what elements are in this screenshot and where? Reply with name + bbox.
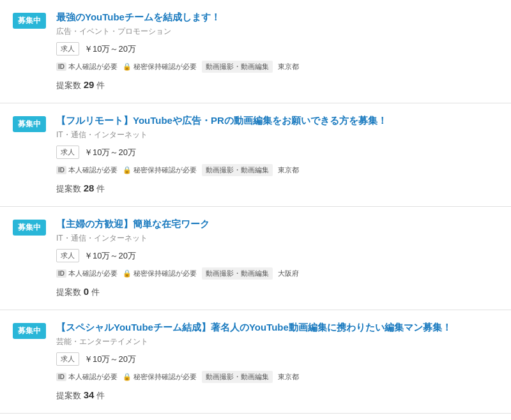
job-title[interactable]: 【フルリモート】YouTubeや広告・PRの動画編集をお願いできる方を募集！ [56,115,498,127]
lock-tag-label: 秘密保持確認が必要 [133,62,197,71]
job-tag: ID本人確認が必要 [56,372,118,382]
location-tag: 東京都 [278,62,299,71]
lock-icon: 🔒 [123,269,132,278]
id-tag-label: 本人確認が必要 [68,165,118,175]
job-card: 募集中最強のYouTubeチームを結成します！広告・イベント・プロモーション求人… [0,0,511,103]
job-tag: 🔒秘密保持確認が必要 [123,62,197,71]
job-title[interactable]: 【スペシャルYouTubeチーム結成】著名人のYouTube動画編集に携わりたい… [56,322,498,334]
id-icon: ID [56,373,66,381]
job-tags: ID本人確認が必要🔒秘密保持確認が必要動画撮影・動画編集東京都 [56,371,498,383]
job-card: 募集中【フルリモート】YouTubeや広告・PRの動画編集をお願いできる方を募集… [0,103,511,207]
salary-row: 求人￥10万～20万 [56,146,498,159]
skill-tag: 動画撮影・動画編集 [202,61,273,73]
salary-label: 求人 [56,146,79,159]
proposal-count: 0 [84,286,89,297]
id-icon: ID [56,63,66,71]
job-tag: 🔒秘密保持確認が必要 [123,269,197,278]
location-tag: 東京都 [278,372,299,382]
location-tag: 大阪府 [278,269,299,278]
job-tags: ID本人確認が必要🔒秘密保持確認が必要動画撮影・動画編集東京都 [56,164,498,176]
status-badge: 募集中 [13,116,46,132]
job-content: 【主婦の方歓迎】簡単な在宅ワークIT・通信・インターネット求人￥10万～20万I… [56,218,498,298]
location-tag: 東京都 [278,165,299,175]
job-tag: 東京都 [278,372,299,382]
job-category: 広告・イベント・プロモーション [56,26,498,37]
job-tag: 🔒秘密保持確認が必要 [123,372,197,382]
salary-label: 求人 [56,249,79,262]
salary-value: ￥10万～20万 [84,147,136,158]
status-badge: 募集中 [13,323,46,339]
proposal-row: 提案数 29 件 [56,79,498,91]
job-content: 【フルリモート】YouTubeや広告・PRの動画編集をお願いできる方を募集！IT… [56,115,498,195]
job-tag: ID本人確認が必要 [56,165,118,175]
salary-label: 求人 [56,42,79,56]
job-tag: ID本人確認が必要 [56,62,118,71]
job-tag: 大阪府 [278,269,299,278]
salary-row: 求人￥10万～20万 [56,42,498,56]
job-category: IT・通信・インターネット [56,233,498,244]
proposal-count: 29 [84,79,95,90]
status-badge: 募集中 [13,13,46,29]
proposal-count: 28 [84,183,95,193]
id-tag-label: 本人確認が必要 [68,62,118,71]
salary-row: 求人￥10万～20万 [56,352,498,366]
id-icon: ID [56,166,66,174]
job-card: 募集中【スペシャルYouTubeチーム結成】著名人のYouTube動画編集に携わ… [0,310,511,414]
job-tag: 🔒秘密保持確認が必要 [123,165,197,175]
id-tag-label: 本人確認が必要 [68,372,118,382]
job-tags: ID本人確認が必要🔒秘密保持確認が必要動画撮影・動画編集大阪府 [56,267,498,280]
lock-icon: 🔒 [123,373,132,381]
job-card: 募集中【主婦の方歓迎】簡単な在宅ワークIT・通信・インターネット求人￥10万～2… [0,207,511,310]
salary-value: ￥10万～20万 [84,250,136,262]
id-icon: ID [56,269,66,278]
job-tag: 動画撮影・動画編集 [202,61,273,73]
job-tag: 動画撮影・動画編集 [202,267,273,280]
job-content: 最強のYouTubeチームを結成します！広告・イベント・プロモーション求人￥10… [56,11,498,91]
job-content: 【スペシャルYouTubeチーム結成】著名人のYouTube動画編集に携わりたい… [56,322,498,401]
job-tags: ID本人確認が必要🔒秘密保持確認が必要動画撮影・動画編集東京都 [56,61,498,73]
skill-tag: 動画撮影・動画編集 [202,371,273,383]
proposal-row: 提案数 34 件 [56,389,498,401]
proposal-row: 提案数 0 件 [56,286,498,298]
job-title[interactable]: 最強のYouTubeチームを結成します！ [56,11,498,24]
job-list: 募集中最強のYouTubeチームを結成します！広告・イベント・プロモーション求人… [0,0,511,414]
job-category: IT・通信・インターネット [56,130,498,140]
lock-icon: 🔒 [123,63,132,71]
lock-tag-label: 秘密保持確認が必要 [133,269,197,278]
salary-value: ￥10万～20万 [84,354,136,365]
status-badge: 募集中 [13,220,46,236]
salary-value: ￥10万～20万 [84,43,136,55]
id-tag-label: 本人確認が必要 [68,269,118,278]
job-tag: 東京都 [278,165,299,175]
skill-tag: 動画撮影・動画編集 [202,164,273,176]
job-tag: 動画撮影・動画編集 [202,371,273,383]
job-tag: ID本人確認が必要 [56,269,118,278]
proposal-count: 34 [84,389,95,400]
job-title[interactable]: 【主婦の方歓迎】簡単な在宅ワーク [56,218,498,230]
job-tag: 東京都 [278,62,299,71]
salary-row: 求人￥10万～20万 [56,249,498,262]
job-category: 芸能・エンターテイメント [56,336,498,347]
lock-icon: 🔒 [123,166,132,174]
salary-label: 求人 [56,352,79,366]
lock-tag-label: 秘密保持確認が必要 [133,372,197,382]
job-tag: 動画撮影・動画編集 [202,164,273,176]
lock-tag-label: 秘密保持確認が必要 [133,165,197,175]
proposal-row: 提案数 28 件 [56,183,498,195]
skill-tag: 動画撮影・動画編集 [202,267,273,280]
